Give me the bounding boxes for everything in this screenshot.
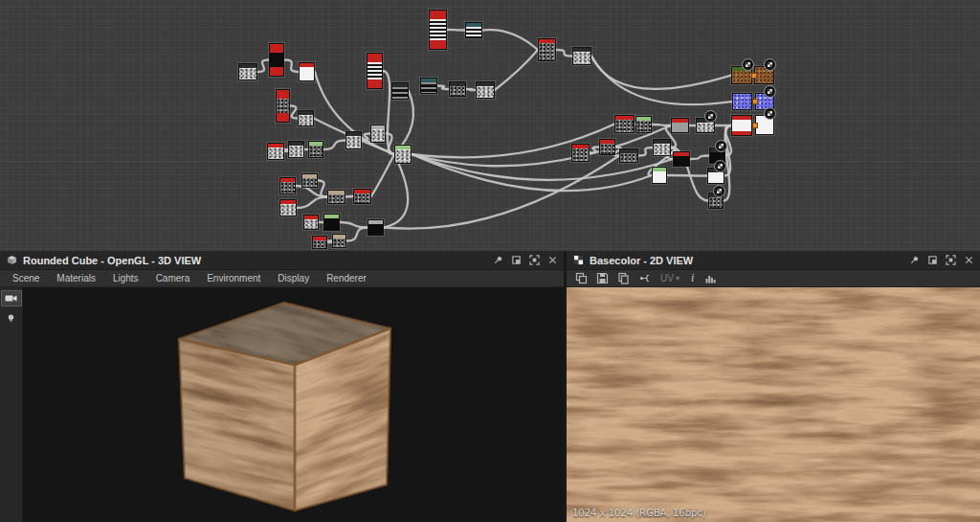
graph-node[interactable]: [368, 219, 384, 236]
panel-2d-title: Basecolor - 2D VIEW: [590, 255, 693, 266]
menu-camera[interactable]: Camera: [147, 270, 199, 287]
menu-materials[interactable]: Materials: [48, 270, 104, 287]
node-thumbnail: [300, 67, 314, 80]
uv-dropdown[interactable]: UV ▾: [655, 273, 685, 284]
graph-node[interactable]: [267, 143, 284, 160]
node-wire: [591, 57, 731, 89]
graph-node[interactable]: [754, 66, 774, 84]
graph-node[interactable]: [332, 234, 346, 248]
graph-node[interactable]: [391, 82, 409, 100]
node-header-strip: [430, 11, 446, 19]
save-icon[interactable]: [591, 271, 612, 286]
graph-node[interactable]: [420, 78, 437, 94]
output-usage-badge[interactable]: [742, 58, 754, 71]
panel-2d-header: Basecolor - 2D VIEW: [567, 251, 980, 270]
graph-node[interactable]: [696, 118, 715, 133]
maximize-icon[interactable]: [945, 255, 956, 266]
graph-node[interactable]: [370, 125, 386, 143]
connector-dot[interactable]: [751, 73, 757, 79]
menu-lights[interactable]: Lights: [104, 270, 147, 287]
node-graph-canvas[interactable]: [0, 0, 980, 251]
graph-node[interactable]: [614, 115, 635, 133]
node-thumbnail: [421, 82, 436, 93]
graph-node[interactable]: [301, 173, 318, 188]
pin-icon[interactable]: [908, 255, 920, 266]
info-icon[interactable]: i: [685, 271, 700, 285]
output-usage-badge[interactable]: [764, 85, 776, 98]
menu-environment[interactable]: Environment: [198, 270, 269, 287]
graph-node[interactable]: [707, 168, 724, 184]
output-usage-badge[interactable]: [714, 160, 726, 172]
graph-node[interactable]: [619, 148, 638, 163]
menu-display[interactable]: Display: [269, 270, 318, 287]
graph-node[interactable]: [269, 43, 284, 77]
tiling-icon[interactable]: [570, 271, 591, 286]
histogram-icon[interactable]: [700, 271, 721, 286]
graph-node[interactable]: [308, 141, 323, 158]
camera-icon[interactable]: [2, 291, 21, 306]
node-thumbnail: [395, 149, 411, 163]
copy-icon[interactable]: [612, 271, 634, 286]
texture-2d-view[interactable]: 1024 x 1024 (RGBA, 16bpc): [567, 287, 980, 522]
menu-renderer[interactable]: Renderer: [318, 270, 375, 287]
cube-3d-icon: [6, 255, 17, 266]
light-bulb-icon[interactable]: [2, 311, 21, 326]
graph-node[interactable]: [312, 236, 327, 249]
link-graph-icon[interactable]: [634, 271, 655, 286]
graph-node[interactable]: [303, 215, 319, 230]
graph-node[interactable]: [298, 110, 314, 126]
graph-node[interactable]: [571, 144, 590, 162]
output-usage-badge[interactable]: [764, 58, 776, 71]
graph-node[interactable]: [538, 38, 556, 61]
graph-node[interactable]: [367, 53, 383, 89]
graph-node[interactable]: [323, 214, 340, 231]
pin-icon[interactable]: [492, 255, 503, 266]
output-usage-badge[interactable]: [704, 110, 717, 123]
graph-node[interactable]: [288, 141, 304, 158]
graph-node[interactable]: [279, 199, 297, 216]
connector-dot[interactable]: [752, 99, 758, 104]
graph-node[interactable]: [731, 66, 752, 84]
menu-scene[interactable]: Scene: [4, 270, 48, 287]
node-wire: [667, 175, 707, 176]
graph-node[interactable]: [635, 116, 652, 133]
graph-node[interactable]: [429, 10, 447, 50]
graph-node[interactable]: [599, 139, 615, 155]
node-wire: [318, 181, 327, 197]
graph-node[interactable]: [465, 22, 482, 38]
close-icon[interactable]: [546, 255, 558, 266]
float-icon[interactable]: [926, 255, 938, 266]
connector-dot[interactable]: [752, 123, 758, 128]
graph-node[interactable]: [238, 63, 257, 80]
viewport-3d[interactable]: [0, 287, 564, 522]
graph-node[interactable]: [708, 193, 724, 209]
output-usage-badge[interactable]: [764, 107, 776, 120]
output-usage-badge[interactable]: [715, 140, 727, 152]
node-thumbnail: [333, 238, 345, 247]
graph-node[interactable]: [276, 89, 290, 123]
maximize-icon[interactable]: [528, 255, 540, 266]
node-thumbnail: [309, 146, 323, 157]
graph-node[interactable]: [449, 81, 466, 97]
node-thumbnail: [615, 120, 634, 132]
texture-info-status: 1024 x 1024 (RGBA, 16bpc): [572, 508, 706, 518]
graph-node[interactable]: [279, 177, 296, 194]
graph-node[interactable]: [327, 190, 345, 204]
close-icon[interactable]: [963, 255, 974, 266]
graph-node[interactable]: [731, 115, 752, 136]
output-usage-badge[interactable]: [713, 185, 725, 197]
graph-node[interactable]: [652, 167, 667, 184]
graph-node[interactable]: [345, 131, 362, 149]
graph-node[interactable]: [671, 118, 689, 133]
graph-node[interactable]: [732, 93, 752, 110]
graph-node[interactable]: [755, 115, 774, 135]
graph-node[interactable]: [394, 145, 412, 164]
graph-node[interactable]: [673, 151, 690, 167]
float-icon[interactable]: [510, 255, 522, 266]
node-thumbnail: [636, 121, 651, 132]
graph-node[interactable]: [299, 62, 315, 81]
graph-node[interactable]: [572, 47, 591, 65]
graph-node[interactable]: [476, 81, 495, 99]
graph-node[interactable]: [653, 139, 671, 156]
graph-node[interactable]: [353, 189, 371, 204]
